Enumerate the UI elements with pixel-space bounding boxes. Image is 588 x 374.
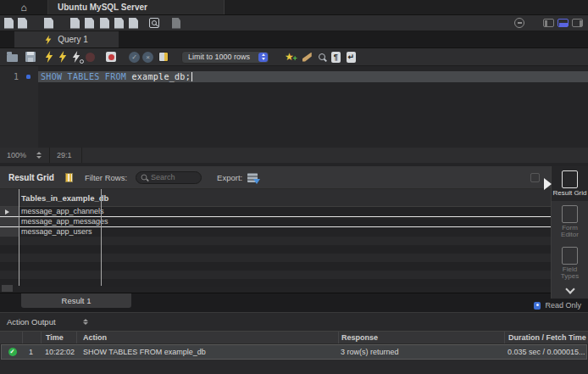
- new-query-tab-icon[interactable]: [4, 18, 14, 29]
- wrap-text-icon[interactable]: ↵: [347, 52, 356, 63]
- table-row[interactable]: message_app_channels: [0, 207, 588, 217]
- grid-panel-icon[interactable]: [530, 173, 540, 182]
- save-icon[interactable]: [25, 52, 36, 62]
- create-view-icon[interactable]: [100, 18, 109, 29]
- column-divider[interactable]: [101, 189, 102, 286]
- home-tab[interactable]: ⌂: [0, 0, 48, 14]
- result-section: Result Grid Filter Rows: Export: Tables_…: [0, 166, 588, 312]
- home-icon: ⌂: [20, 2, 26, 14]
- action-output-header: Action Output: [0, 312, 588, 331]
- export-icon[interactable]: [247, 173, 258, 182]
- inspector-icon[interactable]: [44, 18, 53, 29]
- cursor-position: 29:1: [57, 151, 72, 159]
- column-header[interactable]: Tables_in_example_db: [0, 193, 108, 203]
- read-only-label: Read Only: [545, 301, 581, 310]
- sidebar-item-form-editor[interactable]: Form Editor: [552, 201, 588, 243]
- search-input[interactable]: [151, 173, 195, 181]
- stop-query-icon[interactable]: [86, 53, 95, 62]
- table-cell[interactable]: message_app_messages: [19, 217, 588, 226]
- magnifier-overlay-icon: [80, 59, 84, 64]
- bolt-icon: [45, 35, 52, 45]
- form-editor-icon: [562, 205, 578, 223]
- index-column-header: [22, 332, 41, 343]
- sidebar-item-label: Field Types: [553, 266, 587, 281]
- sidebar-item-label: Form Editor: [553, 225, 587, 239]
- execute-query-icon[interactable]: [45, 51, 53, 63]
- create-table-icon[interactable]: [85, 18, 94, 29]
- create-function-icon[interactable]: [129, 18, 138, 29]
- open-script-icon[interactable]: [18, 18, 27, 29]
- find-icon[interactable]: [319, 53, 325, 60]
- open-file-icon[interactable]: [7, 54, 18, 62]
- editor-statusbar: 100% 29:1: [0, 148, 588, 163]
- text-cursor: [191, 72, 192, 81]
- status-column-header: [0, 332, 22, 343]
- result-grid-title: Result Grid: [0, 173, 54, 182]
- sidebar-item-field-types[interactable]: Field Types: [552, 243, 588, 284]
- row-selector[interactable]: [0, 207, 19, 216]
- save-snippet-icon[interactable]: ★+: [285, 52, 294, 62]
- line-number: 1: [14, 72, 19, 81]
- mysql-workbench-window: ⌂ Ubuntu MySQL Server Query 1 ✓: [0, 0, 588, 374]
- explain-query-icon[interactable]: [72, 51, 80, 63]
- create-procedure-icon[interactable]: [114, 18, 124, 29]
- output-row[interactable]: ✓ 1 10:22:02 SHOW TABLES FROM example_db…: [1, 344, 587, 360]
- sidebar-item-result-grid[interactable]: Result Grid: [552, 166, 588, 201]
- active-pointer-icon: [544, 178, 552, 190]
- search-icon[interactable]: [149, 18, 159, 28]
- dropdown-stepper-icon: [258, 53, 268, 62]
- result-view-sidebar: Result Grid Form Editor Field Types: [551, 166, 588, 299]
- action-column-header[interactable]: Action: [76, 332, 338, 343]
- sidebar-item-label: Result Grid: [553, 190, 587, 198]
- table-cell[interactable]: message_app_users: [19, 227, 588, 237]
- table-row[interactable]: message_app_messages: [0, 217, 588, 227]
- commit-icon[interactable]: ✓: [129, 52, 140, 63]
- search-icon: [141, 175, 147, 181]
- status-circle-icon[interactable]: [514, 18, 524, 28]
- lock-icon: [534, 302, 541, 310]
- toggle-autocommit-icon[interactable]: [158, 52, 169, 62]
- connection-tab[interactable]: Ubuntu MySQL Server: [48, 0, 225, 14]
- show-invisibles-icon[interactable]: ¶: [331, 52, 341, 63]
- zoom-level: 100%: [0, 151, 26, 159]
- tools-icon[interactable]: [172, 18, 180, 29]
- beautify-sql-icon[interactable]: [302, 53, 312, 62]
- filter-search-box[interactable]: [136, 171, 202, 184]
- row-selector[interactable]: [0, 217, 19, 226]
- tab-query-1[interactable]: Query 1: [14, 31, 119, 47]
- read-only-badge: Read Only: [534, 301, 581, 310]
- result-grid-toolbar: Result Grid Filter Rows: Export:: [0, 166, 588, 189]
- editor-gutter: [0, 66, 38, 148]
- tab-result-1[interactable]: Result 1: [21, 293, 131, 308]
- toggle-output-panel-icon[interactable]: [557, 19, 569, 27]
- create-schema-icon[interactable]: [70, 18, 80, 29]
- toggle-stop-on-error-icon[interactable]: [106, 52, 116, 62]
- grid-header-row[interactable]: Tables_in_example_db: [0, 189, 588, 207]
- zoom-stepper[interactable]: [36, 152, 42, 159]
- code-line[interactable]: SHOW TABLES FROM example_db;: [41, 72, 192, 81]
- query-tab-label: Query 1: [58, 35, 88, 44]
- output-selector-stepper[interactable]: [83, 319, 88, 326]
- success-check-icon: ✓: [8, 348, 17, 356]
- output-row-response: 3 row(s) returned: [338, 348, 504, 356]
- row-limit-dropdown[interactable]: Limit to 1000 rows: [181, 51, 269, 64]
- table-cell[interactable]: message_app_channels: [19, 207, 588, 216]
- action-output-title: Action Output: [0, 317, 56, 327]
- rollback-icon[interactable]: ×: [142, 52, 153, 63]
- time-column-header[interactable]: Time: [41, 332, 76, 343]
- toggle-right-panel-icon[interactable]: [572, 19, 583, 27]
- row-selector[interactable]: [0, 227, 19, 237]
- execute-statement-icon[interactable]: [58, 51, 67, 63]
- response-column-header[interactable]: Response: [338, 332, 504, 343]
- sql-editor[interactable]: 1 SHOW TABLES FROM example_db;: [0, 66, 588, 148]
- duration-column-header[interactable]: Duration / Fetch Time: [504, 332, 588, 343]
- table-row[interactable]: message_app_users: [0, 227, 588, 237]
- connection-tab-label: Ubuntu MySQL Server: [58, 3, 147, 12]
- chevron-down-icon[interactable]: [565, 284, 574, 293]
- divider: [81, 148, 82, 163]
- sql-identifier: example_db;: [131, 72, 191, 81]
- toggle-left-panel-icon[interactable]: [543, 19, 554, 27]
- row-limit-value: Limit to 1000 rows: [188, 53, 250, 61]
- sql-editor-toolbar: ✓ × Limit to 1000 rows ★+ ¶ ↵: [0, 48, 588, 66]
- filter-rows-label: Filter Rows:: [85, 173, 127, 182]
